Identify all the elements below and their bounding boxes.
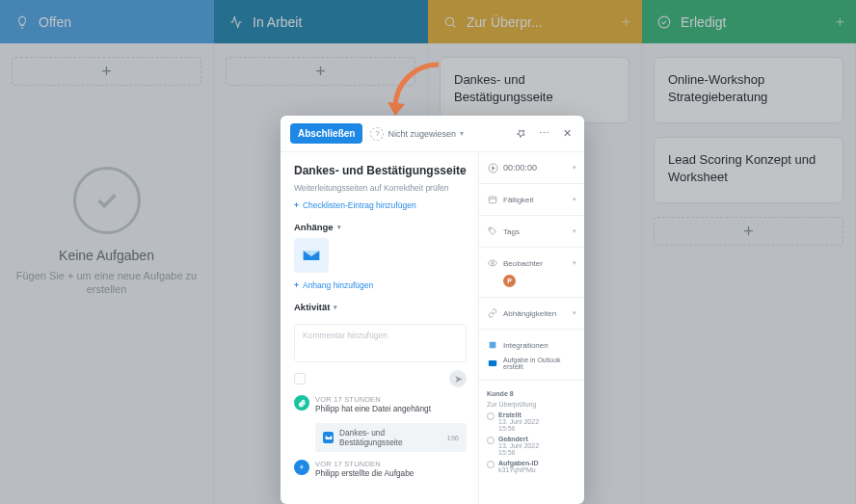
unassigned-icon: ? (370, 127, 384, 141)
svg-point-8 (491, 229, 492, 230)
calendar-icon (487, 194, 498, 205)
chevron-down-icon: ▾ (337, 224, 341, 231)
svg-rect-10 (490, 342, 496, 349)
activity-item: VOR 17 STUNDEN Philipp hat eine Datei an… (294, 395, 467, 413)
svg-marker-5 (492, 166, 495, 170)
add-checklist-button[interactable]: + Checklisten-Eintrag hinzufügen (294, 200, 467, 210)
play-icon[interactable] (487, 162, 498, 173)
meta-status: Zur Überprüfung (487, 401, 576, 408)
metadata: Kunde 8 Zur Überprüfung Erstellt13. Juni… (487, 390, 576, 473)
modal-toolbar: Abschließen ? Nicht zugewiesen ▾ ⋯ ✕ (281, 116, 584, 152)
meta-client-label: Kunde 8 (487, 390, 514, 397)
pin-icon[interactable] (513, 126, 528, 142)
outlook-icon (487, 358, 498, 369)
tags-row[interactable]: Tags ▾ (487, 225, 576, 237)
chevron-down-icon: ▾ (573, 164, 576, 172)
attachment-tile[interactable] (294, 238, 329, 273)
link-icon (487, 307, 498, 319)
task-title[interactable]: Dankes- und Bestätigungsseite (294, 164, 467, 177)
avatar[interactable]: P (503, 275, 516, 287)
activity-section-header[interactable]: Aktivität ▾ (294, 302, 467, 312)
svg-rect-6 (489, 197, 496, 203)
outlook-row[interactable]: Aufgabe in Outlook erstellt (487, 357, 576, 370)
more-icon[interactable]: ⋯ (536, 126, 551, 142)
activity-time: VOR 17 STUNDEN (315, 395, 431, 404)
chevron-down-icon: ▾ (460, 129, 464, 138)
attachments-section-header[interactable]: Anhänge ▾ (294, 222, 467, 232)
eye-icon (487, 257, 498, 269)
watchers-row[interactable]: Beobachter ▾ (487, 257, 576, 269)
chevron-down-icon: ▾ (573, 259, 576, 267)
assignee-label: Nicht zugewiesen (388, 129, 456, 139)
comment-actions: ➤ (294, 370, 467, 387)
file-chip[interactable]: Dankes- und Bestätigungsseite 196 (315, 423, 467, 452)
comment-input[interactable]: Kommentar hinzufügen (294, 324, 467, 362)
timer-row[interactable]: 00:00:00 ▾ (487, 162, 576, 173)
svg-rect-11 (489, 360, 496, 366)
svg-point-9 (492, 262, 495, 265)
puzzle-icon (487, 339, 498, 351)
plus-icon: + (294, 200, 299, 210)
chevron-down-icon: ▾ (573, 309, 576, 317)
modal-sidebar: 00:00:00 ▾ Fälligkeit ▾ Tags ▾ Beobachte… (478, 152, 584, 504)
chevron-down-icon: ▾ (573, 227, 576, 235)
plus-icon: + (294, 280, 299, 290)
file-name: Dankes- und Bestätigungsseite (339, 428, 441, 447)
complete-button[interactable]: Abschließen (290, 123, 362, 144)
chevron-down-icon: ▾ (334, 304, 337, 311)
activity-line: Philipp hat eine Datei angehängt (315, 404, 431, 413)
file-size: 196 (446, 434, 459, 442)
attachment-icon (294, 395, 309, 411)
integrations-row[interactable]: Integrationen (487, 339, 576, 351)
task-description[interactable]: Weiterleitungsseiten auf Korrektheit prü… (294, 183, 467, 193)
send-button[interactable]: ➤ (449, 370, 467, 387)
activity-line: Philipp erstellte die Aufgabe (315, 468, 414, 478)
add-attachment-button[interactable]: + Anhang hinzufügen (294, 280, 467, 290)
assignee-dropdown[interactable]: ? Nicht zugewiesen ▾ (370, 127, 464, 141)
dependencies-row[interactable]: Abhängigkeiten ▾ (487, 307, 576, 319)
file-icon (323, 432, 334, 443)
close-icon[interactable]: ✕ (559, 126, 575, 142)
dot-icon (487, 437, 495, 444)
tag-icon (487, 225, 498, 237)
plus-circle-icon: + (294, 460, 309, 475)
checkbox[interactable] (294, 373, 306, 385)
due-date-row[interactable]: Fälligkeit ▾ (487, 194, 576, 205)
activity-time: VOR 17 STUNDEN (315, 460, 414, 468)
chevron-down-icon: ▾ (573, 196, 576, 203)
task-modal: Abschließen ? Nicht zugewiesen ▾ ⋯ ✕ Dan… (281, 116, 584, 504)
dot-icon (487, 412, 495, 420)
dot-icon (487, 461, 495, 468)
modal-main: Dankes- und Bestätigungsseite Weiterleit… (281, 152, 478, 504)
modal-body: Dankes- und Bestätigungsseite Weiterleit… (281, 152, 584, 504)
activity-item: + VOR 17 STUNDEN Philipp erstellte die A… (294, 460, 467, 478)
